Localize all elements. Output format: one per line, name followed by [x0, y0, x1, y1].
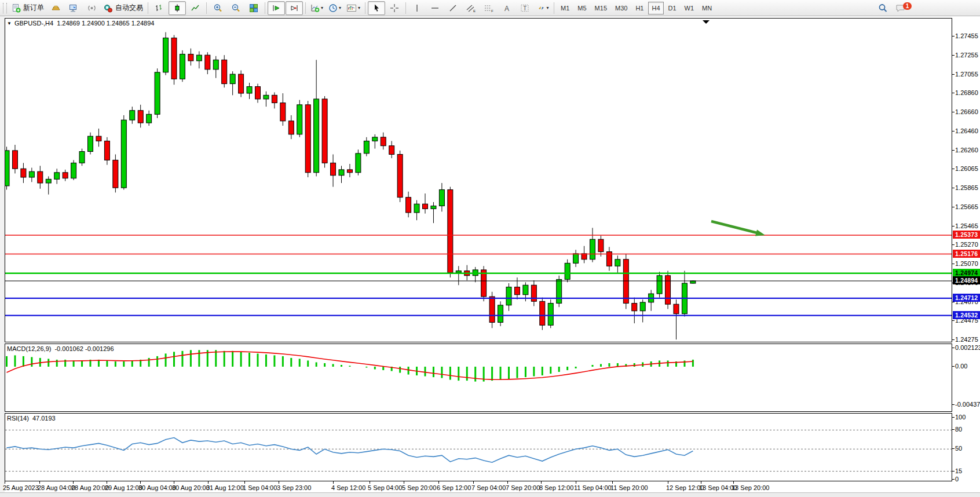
line-chart-icon	[191, 3, 200, 13]
rsi-axis-tick: 80	[955, 426, 962, 433]
zoom-out-button[interactable]	[227, 1, 244, 15]
toolbar-separator	[265, 2, 265, 14]
time-axis-label: 11 Sep 04:00	[574, 484, 612, 491]
macd-indicator-pane[interactable]	[5, 343, 952, 412]
channel-icon: E	[466, 3, 476, 13]
signals-button[interactable]	[83, 1, 100, 15]
chart-collapse-icon[interactable]: ▼	[7, 21, 12, 26]
price-axis-tick: 1.26260	[955, 147, 978, 154]
bar-chart-button[interactable]	[151, 1, 168, 15]
text-label-button[interactable]: T	[516, 1, 533, 15]
auto-scroll-button[interactable]	[268, 1, 285, 15]
macd-axis-tick: 0.002123	[955, 344, 980, 351]
time-axis-label: 30 Aug 04:00	[138, 484, 176, 491]
computer-icon	[68, 3, 79, 13]
vertical-line-button[interactable]	[408, 1, 426, 15]
macd-signal-line	[7, 352, 693, 379]
tile-windows-button[interactable]	[245, 1, 262, 15]
horizontal-line-button[interactable]	[426, 1, 444, 15]
indicators-button[interactable]: ▾	[308, 1, 326, 15]
price-axis-tick: 1.27055	[955, 71, 978, 78]
toolbar-separator	[206, 2, 207, 14]
trendline-icon	[448, 3, 458, 13]
fibonacci-button[interactable]: F	[480, 1, 498, 15]
new-order-icon	[12, 3, 21, 13]
time-axis-label: 28 Aug 20:00	[71, 484, 109, 491]
candlestick-chart-button[interactable]	[169, 1, 186, 15]
zoom-in-button[interactable]	[209, 1, 226, 15]
search-button[interactable]	[874, 1, 891, 15]
time-axis-tick	[612, 481, 613, 484]
deposit-gold-button[interactable]	[47, 1, 64, 15]
timeframe-button-M5[interactable]: M5	[574, 2, 590, 14]
timeframe-button-H1[interactable]: H1	[632, 2, 647, 14]
time-axis-tick	[473, 481, 474, 484]
rsi-chart	[5, 414, 952, 481]
time-axis-tick	[404, 481, 404, 484]
timeframe-button-M1[interactable]: M1	[557, 2, 573, 14]
rsi-indicator-pane[interactable]	[5, 413, 952, 481]
svg-text:E: E	[473, 9, 476, 13]
remote-terminal-button[interactable]	[65, 1, 82, 15]
rsi-axis-tick: 100	[955, 414, 966, 421]
price-axis-tick: 1.26065	[955, 165, 978, 172]
time-axis-tick	[576, 481, 576, 484]
notifications-button[interactable]: 1	[892, 1, 909, 15]
periods-button[interactable]: ▾	[326, 1, 343, 15]
main-chart-pane[interactable]	[5, 18, 952, 342]
svg-text:A: A	[504, 4, 509, 12]
new-order-button[interactable]: 新订单	[9, 1, 46, 15]
auto-trading-icon	[103, 3, 113, 13]
templates-button[interactable]: ▾	[344, 1, 363, 15]
trendline-button[interactable]	[444, 1, 462, 15]
cursor-icon	[372, 3, 381, 13]
price-level-badge: 1.25176	[953, 250, 980, 258]
macd-histogram	[7, 350, 693, 381]
symbol-period: GBPUSD-,H4	[14, 20, 53, 27]
time-axis-tick	[5, 481, 5, 484]
candles	[5, 32, 696, 340]
price-axis-tick: 1.25270	[955, 241, 978, 248]
text-button[interactable]: A	[498, 1, 515, 15]
macd-chart	[5, 344, 952, 411]
time-axis-tick	[507, 481, 508, 484]
cursor-button[interactable]	[368, 1, 385, 15]
toolbar-separator	[148, 2, 148, 14]
toolbar-separator	[405, 2, 406, 14]
crosshair-button[interactable]	[386, 1, 403, 15]
time-axis-tick	[174, 481, 174, 484]
crosshair-icon	[390, 3, 399, 13]
time-axis-label: 1 Sep 04:00	[243, 484, 277, 491]
bar-chart-icon	[155, 3, 164, 13]
ohlc-quote: 1.24869 1.24900 1.24865 1.24894	[57, 20, 154, 27]
price-axis-tick: 1.24275	[955, 336, 978, 343]
text-label-icon: T	[520, 3, 529, 13]
chevron-down-icon: ▾	[547, 6, 549, 10]
zoom-out-icon	[231, 3, 241, 13]
toolbar-grip[interactable]	[3, 3, 7, 13]
chart-title: ▼GBPUSD-,H41.24869 1.24900 1.24865 1.248…	[7, 20, 154, 27]
line-chart-button[interactable]	[187, 1, 204, 15]
gold-bar-icon	[50, 3, 61, 13]
candlestick-icon	[173, 3, 182, 13]
time-axis-label: 30 Aug 20:00	[172, 484, 210, 491]
toolbar-separator	[365, 2, 365, 14]
timeframe-button-M30[interactable]: M30	[612, 2, 631, 14]
time-axis-tick	[107, 481, 107, 484]
macd-name: MACD(12,26,9)	[7, 345, 51, 352]
timeframe-button-M15[interactable]: M15	[591, 2, 610, 14]
notification-badge: 1	[903, 2, 912, 10]
rsi-name: RSI(14)	[7, 415, 29, 422]
timeframe-button-MN[interactable]: MN	[699, 2, 715, 14]
arrows-button[interactable]: ▾	[534, 1, 551, 15]
equidistant-channel-button[interactable]: E	[462, 1, 480, 15]
timeframe-button-D1[interactable]: D1	[665, 2, 680, 14]
timeframe-button-W1[interactable]: W1	[681, 2, 698, 14]
zoom-in-icon	[213, 3, 223, 13]
time-axis-tick	[733, 481, 734, 484]
auto-trading-button[interactable]: 自动交易	[101, 1, 145, 15]
time-axis-tick	[701, 481, 701, 484]
price-axis-tick: 1.26460	[955, 127, 978, 134]
timeframe-button-H4[interactable]: H4	[648, 2, 663, 14]
chart-shift-button[interactable]	[286, 1, 303, 15]
